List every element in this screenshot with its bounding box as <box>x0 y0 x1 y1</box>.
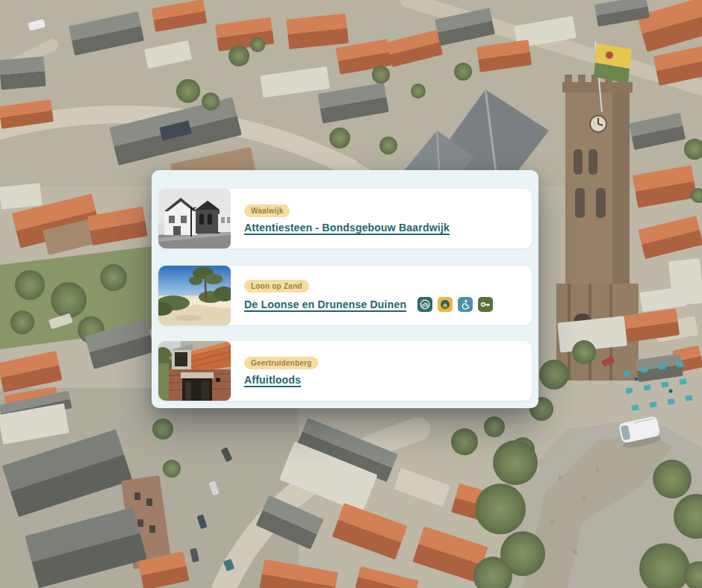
key-access-icon <box>478 297 493 312</box>
amenity-icons <box>417 297 493 312</box>
location-card: Waalwijk Attentiesteen - Bondsgebouw Baa… <box>158 189 532 248</box>
location-thumbnail[interactable] <box>158 189 231 248</box>
bw-building-photo <box>158 189 231 248</box>
location-link[interactable]: De Loonse en Drunense Duinen <box>244 298 406 310</box>
screenshot-root: Waalwijk Attentiesteen - Bondsgebouw Baa… <box>0 0 702 588</box>
cycling-icon <box>417 297 432 312</box>
brick-building-photo <box>158 341 231 401</box>
municipality-badge: Loon op Zand <box>244 280 309 293</box>
location-thumbnail[interactable] <box>158 341 231 401</box>
location-link[interactable]: Attentiesteen - Bondsgebouw Baardwijk <box>244 222 450 234</box>
food-drink-icon <box>438 297 453 312</box>
location-link[interactable]: Affuitloods <box>244 374 301 386</box>
locations-panel: Waalwijk Attentiesteen - Bondsgebouw Baa… <box>152 170 538 408</box>
dunes-photo <box>158 266 231 325</box>
wheelchair-accessible-icon <box>458 297 473 312</box>
location-card: Geertruidenberg Affuitloods <box>158 341 532 401</box>
municipality-badge: Geertruidenberg <box>244 357 318 369</box>
location-thumbnail[interactable] <box>158 266 231 325</box>
location-card: Loon op Zand De Loonse en Drunense Duine… <box>158 266 532 325</box>
municipality-badge: Waalwijk <box>244 204 290 217</box>
